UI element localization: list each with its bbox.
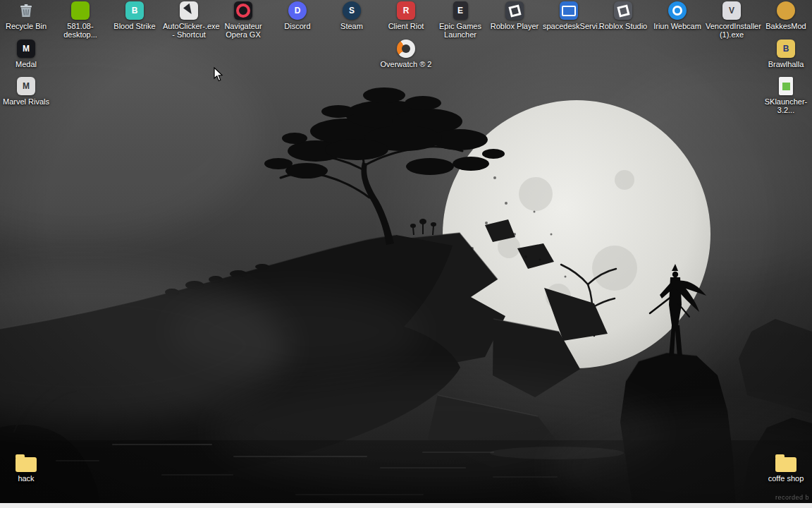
desktop-icon-overwatch-2[interactable]: Overwatch ® 2: [380, 40, 432, 68]
taskbar-edge[interactable]: [0, 503, 812, 508]
desktop-icon-autoclicker[interactable]: AutoClicker-.exe - Shortcut: [163, 1, 215, 39]
desktop-icon-medal[interactable]: M Medal: [0, 40, 52, 68]
icon-label: BakkesMod: [760, 22, 812, 30]
desktop-icon-opera-gx[interactable]: Navigateur Opera GX: [217, 1, 269, 39]
icon-label: Blood Strike: [109, 22, 161, 30]
icon-label: 581.08-desktop...: [54, 22, 106, 39]
icon-glyph: M: [23, 44, 30, 53]
icon-glyph: D: [295, 6, 301, 15]
desktop-icon-vencord-installer[interactable]: V VencordInstaller (1).exe: [706, 1, 758, 39]
icon-label: VencordInstaller (1).exe: [706, 22, 758, 39]
vencord-installer-icon: V: [722, 1, 741, 20]
steam-icon: S: [343, 1, 361, 20]
icon-label: Iriun Webcam: [651, 22, 703, 30]
mouse-cursor: [214, 67, 225, 83]
overwatch-2-icon: [397, 40, 415, 58]
desktop-icon-iriun-webcam[interactable]: Iriun Webcam: [651, 1, 703, 30]
installer-icon: [71, 1, 90, 20]
discord-icon: D: [288, 1, 307, 20]
desktop-icon-roblox-player[interactable]: Roblox Player: [488, 1, 541, 30]
desktop-icon-marvel-rivals[interactable]: M Marvel Rivals: [0, 77, 52, 106]
folder-icon: [775, 457, 796, 472]
desktop-icon-brawlhalla[interactable]: B Brawlhalla: [760, 40, 812, 68]
desktop-icon-driver-installer[interactable]: 581.08-desktop...: [54, 1, 106, 39]
icon-label: Navigateur Opera GX: [217, 22, 269, 39]
riot-client-icon: R: [397, 1, 415, 20]
desktop-icon-hack-folder[interactable]: hack: [0, 454, 52, 483]
icon-label: Discord: [271, 22, 324, 30]
icon-glyph: B: [783, 44, 789, 53]
autoclicker-icon: [180, 1, 198, 20]
desktop-icon-bakkesmod[interactable]: BakkesMod: [760, 1, 812, 30]
icon-glyph: M: [23, 82, 30, 90]
icon-label: Overwatch ® 2: [380, 60, 432, 68]
desktop-icon-steam[interactable]: S Steam: [326, 1, 378, 30]
wallpaper-art: [0, 0, 812, 508]
desktop-icon-recycle-bin[interactable]: Recycle Bin: [0, 1, 52, 30]
icon-label: Brawlhalla: [760, 60, 812, 68]
icon-label: Roblox Studio: [597, 22, 649, 30]
icon-label: hack: [0, 474, 52, 483]
brawlhalla-icon: B: [777, 40, 795, 58]
desktop[interactable]: Recycle Bin 581.08-desktop... B Blood St…: [0, 0, 812, 508]
iriun-webcam-icon: [668, 1, 687, 20]
spacedesk-icon: [560, 1, 578, 20]
icon-glyph: B: [132, 6, 138, 15]
roblox-studio-icon: [614, 1, 632, 20]
icon-glyph: R: [403, 6, 410, 15]
desktop-icon-spacedesk[interactable]: spacedeskServi...: [543, 1, 595, 30]
desktop-icon-sklauncher[interactable]: SKlauncher-3.2...: [760, 77, 812, 114]
icon-label: SKlauncher-3.2...: [760, 97, 812, 114]
icon-label: Marvel Rivals: [0, 97, 52, 106]
marvel-rivals-icon: M: [17, 77, 35, 95]
desktop-icon-roblox-studio[interactable]: Roblox Studio: [597, 1, 649, 30]
recycle-bin-icon: [17, 1, 35, 20]
icon-label: coffe shop: [760, 474, 812, 483]
bakkesmod-icon: [777, 1, 795, 20]
opera-gx-icon: [234, 1, 252, 20]
folder-icon: [16, 457, 37, 472]
icon-glyph: S: [349, 6, 355, 15]
roblox-player-icon: [505, 1, 524, 20]
icon-label: Roblox Player: [488, 22, 541, 30]
icon-glyph: E: [457, 6, 463, 15]
desktop-icon-discord[interactable]: D Discord: [271, 1, 324, 30]
icon-glyph: V: [729, 6, 734, 15]
epic-games-icon: E: [453, 1, 468, 20]
icon-label: Steam: [326, 22, 378, 30]
icon-label: Client Riot: [380, 22, 432, 30]
desktop-icon-blood-strike[interactable]: B Blood Strike: [109, 1, 161, 30]
desktop-icon-coffe-shop-folder[interactable]: coffe shop: [760, 454, 812, 483]
sklauncher-icon: [779, 77, 793, 95]
recording-watermark: recorded b: [775, 494, 809, 501]
icon-label: Recycle Bin: [0, 22, 52, 30]
icon-label: AutoClicker-.exe - Shortcut: [163, 22, 215, 39]
icon-label: Medal: [0, 60, 52, 68]
medal-icon: M: [17, 40, 35, 58]
blood-strike-icon: B: [125, 1, 144, 20]
desktop-icon-riot-client[interactable]: R Client Riot: [380, 1, 432, 30]
icon-label: Epic Games Launcher: [434, 22, 486, 39]
icon-label: spacedeskServi...: [543, 22, 595, 30]
desktop-icon-epic-games[interactable]: E Epic Games Launcher: [434, 1, 486, 39]
